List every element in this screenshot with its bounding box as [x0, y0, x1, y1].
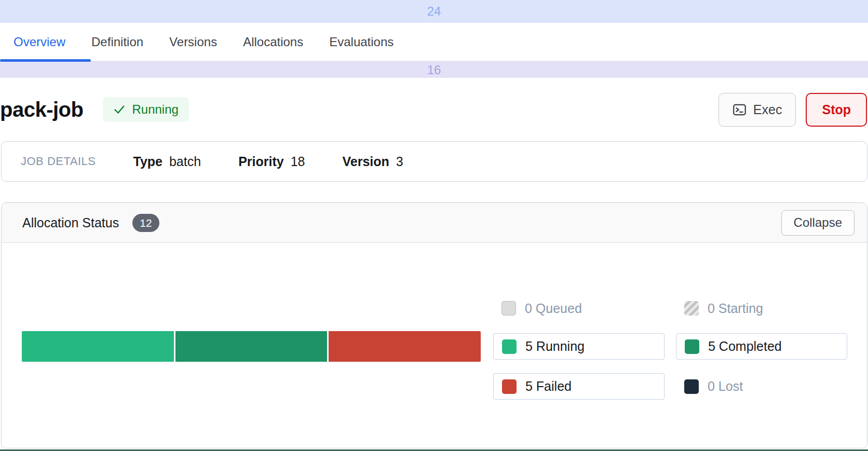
job-status-badge: Running [103, 97, 188, 122]
job-detail-type-label: Type [133, 154, 162, 169]
legend-label-queued: 0 Queued [525, 301, 582, 316]
allocation-legend: 0 Queued0 Starting5 Running5 Completed5 … [493, 297, 847, 400]
terminal-icon [733, 103, 747, 117]
job-tab-bar: OverviewDefinitionVersionsAllocationsEva… [0, 23, 868, 62]
legend-label-completed: 5 Completed [708, 339, 782, 354]
allocation-status-panel: Allocation Status 12 Collapse 0 Queued0 … [1, 202, 867, 448]
stop-button-label: Stop [822, 102, 851, 117]
spacing-annotation-middle: 16 [0, 62, 868, 78]
job-details-panel: JOB DETAILS Type batch Priority 18 Versi… [1, 141, 867, 182]
job-detail-priority: Priority 18 [238, 154, 305, 169]
legend-swatch-lost [684, 379, 699, 394]
job-details-section-label: JOB DETAILS [21, 155, 96, 168]
job-detail-type: Type batch [133, 154, 201, 169]
legend-label-failed: 5 Failed [525, 379, 572, 394]
tab-evaluations[interactable]: Evaluations [329, 35, 394, 49]
collapse-button[interactable]: Collapse [781, 210, 855, 236]
legend-item-running[interactable]: 5 Running [493, 333, 664, 360]
spacing-annotation-top: 24 [0, 0, 868, 23]
tab-versions[interactable]: Versions [169, 35, 217, 49]
job-header: pack-job Running Exec Stop [0, 78, 868, 141]
spacing-annotation-middle-label: 16 [427, 63, 441, 77]
legend-item-lost: 0 Lost [676, 373, 847, 400]
allocation-status-header: Allocation Status 12 Collapse [2, 203, 867, 243]
allocation-status-body: 0 Queued0 Starting5 Running5 Completed5 … [2, 243, 867, 448]
legend-swatch-queued [501, 301, 516, 316]
allocation-status-title: Allocation Status [22, 215, 119, 230]
page-title: pack-job [0, 98, 83, 121]
legend-item-starting: 0 Starting [676, 297, 847, 320]
tab-definition[interactable]: Definition [91, 35, 143, 49]
legend-label-lost: 0 Lost [708, 379, 743, 394]
job-detail-version-value: 3 [396, 154, 403, 169]
legend-item-completed[interactable]: 5 Completed [676, 333, 847, 360]
spacing-annotation-top-label: 24 [427, 4, 441, 19]
legend-swatch-running [502, 339, 517, 354]
tab-overview[interactable]: Overview [13, 35, 65, 49]
legend-swatch-completed [685, 339, 699, 354]
job-detail-type-value: batch [169, 154, 201, 169]
legend-swatch-starting [684, 301, 699, 316]
legend-label-starting: 0 Starting [708, 301, 763, 316]
exec-button-label: Exec [753, 102, 782, 117]
job-detail-priority-value: 18 [291, 154, 305, 169]
job-detail-version: Version 3 [342, 154, 403, 169]
job-status-label: Running [132, 102, 178, 117]
exec-button[interactable]: Exec [718, 93, 796, 127]
collapse-button-label: Collapse [794, 215, 842, 230]
bar-segment-running[interactable] [22, 331, 174, 362]
allocation-count-badge: 12 [132, 214, 159, 232]
job-detail-version-label: Version [342, 154, 389, 169]
check-icon [113, 103, 126, 116]
bar-segment-failed[interactable] [329, 331, 481, 362]
legend-swatch-failed [502, 379, 517, 394]
legend-label-running: 5 Running [525, 339, 585, 354]
stop-button[interactable]: Stop [806, 93, 867, 127]
allocation-stacked-bar [22, 331, 481, 362]
bar-segment-completed[interactable] [175, 331, 328, 362]
legend-item-queued: 0 Queued [493, 297, 664, 320]
active-tab-underline [0, 59, 91, 62]
job-detail-priority-label: Priority [238, 154, 284, 169]
tab-allocations[interactable]: Allocations [243, 35, 303, 49]
legend-item-failed[interactable]: 5 Failed [493, 373, 664, 400]
